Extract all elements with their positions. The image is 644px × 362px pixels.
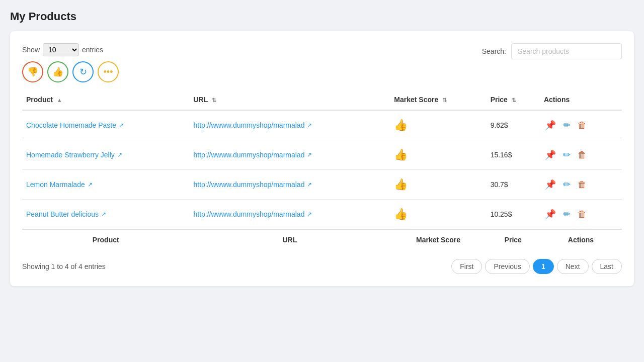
product-name: Peanut Butter delicious — [26, 210, 99, 218]
external-link-icon: ↗ — [119, 122, 124, 129]
url-text: http://wwww.dummyshop/marmalad — [193, 180, 304, 189]
cell-actions: 📌 ✏ 🗑 — [540, 110, 622, 140]
show-entries-row: Show 5 10 25 50 100 entries — [22, 43, 119, 56]
sort-icon-url: ⇅ — [212, 97, 216, 104]
url-link[interactable]: http://wwww.dummyshop/marmalad ↗ — [193, 180, 312, 189]
page-1-button[interactable]: 1 — [533, 259, 554, 274]
product-link[interactable]: Chocolate Homemade Paste ↗ — [26, 121, 124, 129]
search-area: Search: — [482, 43, 622, 59]
cell-product: Peanut Butter delicious ↗ — [22, 200, 189, 230]
external-link-icon: ↗ — [101, 211, 106, 218]
url-link[interactable]: http://wwww.dummyshop/marmalad ↗ — [193, 210, 312, 218]
thumbup-score-icon: 👍 — [394, 208, 408, 220]
icon-buttons-row: 👎 👍 ↻ ••• — [22, 61, 119, 82]
col-header-product[interactable]: Product ▲ — [22, 90, 189, 110]
cell-market-score: 👍 — [390, 170, 486, 200]
thumbup-score-icon: 👍 — [394, 119, 408, 131]
col-header-url[interactable]: URL ⇅ — [189, 90, 390, 110]
url-link[interactable]: http://wwww.dummyshop/marmalad ↗ — [193, 151, 312, 159]
col-header-actions: Actions — [540, 90, 622, 110]
delete-button[interactable]: 🗑 — [577, 208, 588, 221]
top-controls: Show 5 10 25 50 100 entries 👎 👍 ↻ — [22, 43, 622, 82]
pin-button[interactable]: 📌 — [544, 178, 557, 191]
next-page-button[interactable]: Next — [557, 259, 589, 274]
cell-url: http://wwww.dummyshop/marmalad ↗ — [189, 140, 390, 170]
showing-text: Showing 1 to 4 of 4 entries — [22, 262, 106, 270]
pin-button[interactable]: 📌 — [544, 119, 557, 132]
cell-product: Homemade Strawberry Jelly ↗ — [22, 140, 189, 170]
action-icons: 📌 ✏ 🗑 — [544, 178, 618, 191]
delete-button[interactable]: 🗑 — [577, 119, 588, 132]
table-header: Product ▲ URL ⇅ Market Score ⇅ Price ⇅ A… — [22, 90, 622, 110]
cell-product: Lemon Marmalade ↗ — [22, 170, 189, 200]
refresh-button[interactable]: ↻ — [72, 61, 94, 82]
thumbdown-button[interactable]: 👎 — [22, 61, 43, 82]
cell-url: http://wwww.dummyshop/marmalad ↗ — [189, 200, 390, 230]
table-row: Homemade Strawberry Jelly ↗ http://wwww.… — [22, 140, 622, 170]
first-page-button[interactable]: First — [451, 259, 482, 274]
sort-icon-product: ▲ — [57, 97, 62, 103]
footer-col-market-score: Market Score — [390, 229, 486, 247]
product-link[interactable]: Homemade Strawberry Jelly ↗ — [26, 151, 122, 159]
show-label: Show — [22, 46, 40, 54]
col-header-price[interactable]: Price ⇅ — [487, 90, 540, 110]
last-page-button[interactable]: Last — [592, 259, 622, 274]
thumbup-icon: 👍 — [52, 66, 63, 77]
product-link[interactable]: Peanut Butter delicious ↗ — [26, 210, 106, 218]
edit-button[interactable]: ✏ — [562, 178, 572, 191]
delete-button[interactable]: 🗑 — [577, 178, 588, 191]
external-link-icon: ↗ — [88, 181, 93, 188]
col-header-market-score[interactable]: Market Score ⇅ — [390, 90, 486, 110]
url-text: http://wwww.dummyshop/marmalad — [193, 151, 304, 159]
edit-button[interactable]: ✏ — [562, 208, 572, 221]
url-link[interactable]: http://wwww.dummyshop/marmalad ↗ — [193, 121, 312, 129]
action-icons: 📌 ✏ 🗑 — [544, 208, 618, 221]
bottom-bar: Showing 1 to 4 of 4 entries First Previo… — [22, 255, 622, 274]
cell-price: 10.25$ — [487, 200, 540, 230]
cell-market-score: 👍 — [390, 200, 486, 230]
external-link-icon: ↗ — [307, 151, 312, 158]
product-link[interactable]: Lemon Marmalade ↗ — [26, 180, 93, 189]
edit-button[interactable]: ✏ — [562, 148, 572, 161]
delete-button[interactable]: 🗑 — [577, 149, 588, 161]
table-footer: Product URL Market Score Price Actions — [22, 229, 622, 247]
action-icons: 📌 ✏ 🗑 — [544, 119, 618, 132]
product-name: Lemon Marmalade — [26, 180, 85, 189]
sort-icon-price: ⇅ — [512, 97, 516, 104]
search-label: Search: — [482, 47, 506, 55]
cell-url: http://wwww.dummyshop/marmalad ↗ — [189, 170, 390, 200]
entries-select[interactable]: 5 10 25 50 100 — [43, 43, 79, 56]
search-input[interactable] — [511, 43, 622, 59]
footer-col-actions: Actions — [540, 229, 622, 247]
url-text: http://wwww.dummyshop/marmalad — [193, 121, 304, 129]
more-icon: ••• — [104, 67, 113, 77]
table-body: Chocolate Homemade Paste ↗ http://wwww.d… — [22, 110, 622, 229]
external-link-icon: ↗ — [117, 151, 122, 158]
pagination: First Previous 1 Next Last — [451, 259, 622, 274]
cell-price: 30.7$ — [487, 170, 540, 200]
thumbup-score-icon: 👍 — [394, 148, 408, 161]
product-name: Chocolate Homemade Paste — [26, 121, 116, 129]
cell-actions: 📌 ✏ 🗑 — [540, 200, 622, 230]
cell-actions: 📌 ✏ 🗑 — [540, 140, 622, 170]
main-card: Show 5 10 25 50 100 entries 👎 👍 ↻ — [10, 31, 634, 286]
footer-col-url: URL — [189, 229, 390, 247]
pin-button[interactable]: 📌 — [544, 208, 557, 221]
cell-price: 9.62$ — [487, 110, 540, 140]
cell-market-score: 👍 — [390, 110, 486, 140]
table-row: Chocolate Homemade Paste ↗ http://wwww.d… — [22, 110, 622, 140]
action-icons: 📌 ✏ 🗑 — [544, 148, 618, 161]
pin-button[interactable]: 📌 — [544, 148, 557, 161]
thumbup-button[interactable]: 👍 — [47, 61, 68, 82]
previous-page-button[interactable]: Previous — [485, 259, 529, 274]
cell-market-score: 👍 — [390, 140, 486, 170]
external-link-icon: ↗ — [307, 122, 312, 129]
cell-url: http://wwww.dummyshop/marmalad ↗ — [189, 110, 390, 140]
product-name: Homemade Strawberry Jelly — [26, 151, 115, 159]
left-controls: Show 5 10 25 50 100 entries 👎 👍 ↻ — [22, 43, 119, 82]
refresh-icon: ↻ — [79, 66, 87, 77]
table-row: Lemon Marmalade ↗ http://wwww.dummyshop/… — [22, 170, 622, 200]
edit-button[interactable]: ✏ — [562, 119, 572, 132]
more-button[interactable]: ••• — [98, 61, 119, 82]
thumbdown-icon: 👎 — [27, 66, 38, 77]
